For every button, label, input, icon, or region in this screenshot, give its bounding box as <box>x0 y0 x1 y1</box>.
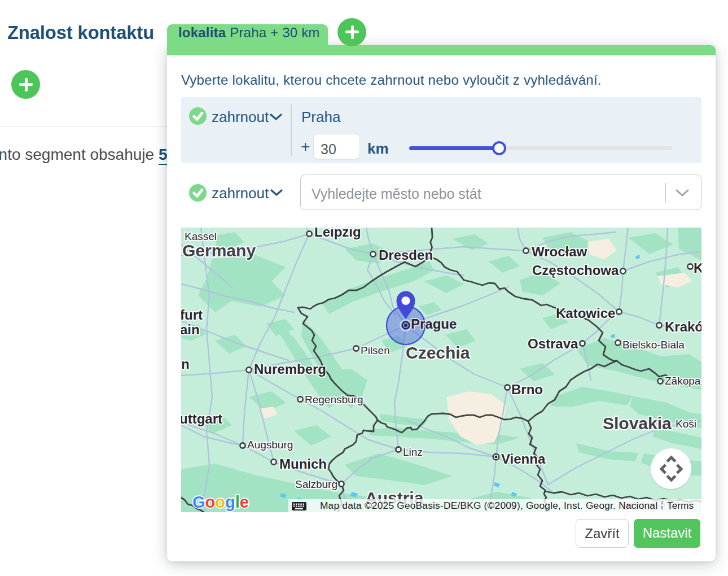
svg-text:Zākopa: Zākopa <box>665 375 701 387</box>
svg-text:Munich: Munich <box>279 456 327 472</box>
svg-text:K: K <box>694 260 701 276</box>
svg-text:ain: ain <box>181 322 200 337</box>
svg-text:n: n <box>181 356 190 372</box>
svg-text:Częstochowa: Częstochowa <box>532 263 619 278</box>
svg-text:Katowice: Katowice <box>556 306 615 321</box>
svg-text:Czechia: Czechia <box>406 343 470 362</box>
svg-text:Dresden: Dresden <box>379 247 433 263</box>
svg-text:Leipzig: Leipzig <box>314 228 361 239</box>
svg-text:Prague: Prague <box>411 316 457 331</box>
svg-text:Terms: Terms <box>667 500 694 511</box>
svg-text:Kassel: Kassel <box>185 230 217 242</box>
svg-text:Pilsen: Pilsen <box>361 344 390 356</box>
svg-text:Augsburg: Augsburg <box>247 439 293 451</box>
svg-text:Germany: Germany <box>182 241 256 260</box>
svg-text:¦: ¦ <box>661 500 663 509</box>
svg-text:Linz: Linz <box>403 446 423 458</box>
svg-text:Salzburg: Salzburg <box>295 478 337 490</box>
svg-text:uttgart: uttgart <box>181 411 222 426</box>
svg-text:furt: furt <box>181 307 203 322</box>
svg-text:Google: Google <box>192 493 249 511</box>
svg-text:Bielsko-Biala: Bielsko-Biala <box>622 339 685 351</box>
svg-text:Wrocław: Wrocław <box>532 244 587 259</box>
svg-text:Ostrava: Ostrava <box>528 336 578 351</box>
svg-text:Map data ©2025 GeoBasis-DE/BKG: Map data ©2025 GeoBasis-DE/BKG (©2009), … <box>320 500 657 511</box>
svg-text:Vienna: Vienna <box>501 451 546 466</box>
svg-text:Krakó: Krakó <box>665 319 701 334</box>
svg-text:Nuremberg: Nuremberg <box>254 361 326 377</box>
svg-text:Brno: Brno <box>511 382 543 397</box>
svg-text:Slovakia: Slovakia <box>603 414 672 433</box>
svg-text:Koši: Koši <box>676 418 696 430</box>
svg-text:Regensburg: Regensburg <box>305 394 363 405</box>
